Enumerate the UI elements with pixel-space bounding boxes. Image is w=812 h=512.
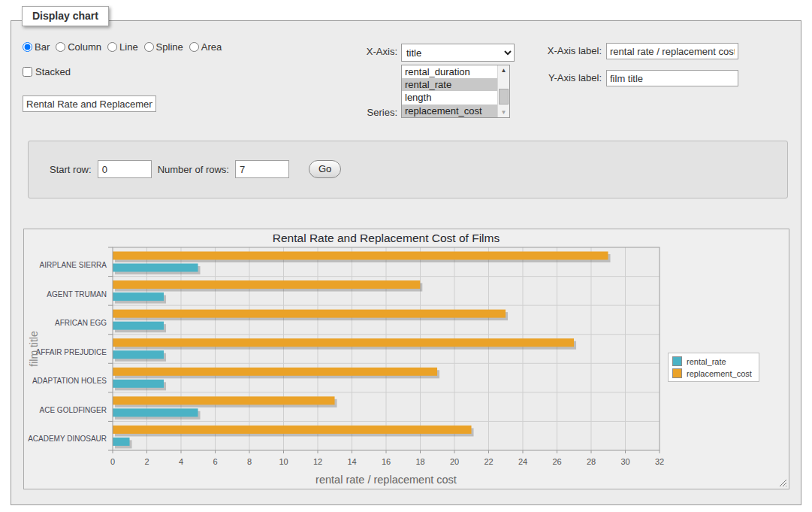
chart-type-option-column[interactable]: Column xyxy=(56,41,101,53)
bar-rental_rate xyxy=(113,322,164,330)
y-axis-label-input[interactable] xyxy=(606,70,738,86)
chart-type-radio-column[interactable] xyxy=(56,42,65,52)
x-tick-label: 32 xyxy=(655,457,664,466)
bar-rental_rate xyxy=(113,292,164,301)
bar-rental_rate xyxy=(113,380,164,388)
stacked-option[interactable]: Stacked xyxy=(23,66,71,77)
display-chart-fieldset: Display chart BarColumnLineSplineArea St… xyxy=(11,20,801,505)
stacked-checkbox[interactable] xyxy=(23,67,32,77)
x-tick-label: 22 xyxy=(484,457,493,466)
bar-replacement_cost xyxy=(113,426,472,434)
chart-type-option-line[interactable]: Line xyxy=(107,41,138,53)
legend-item-replacement_cost: replacement_cost xyxy=(672,368,752,378)
category-label: AGENT TRUMAN xyxy=(47,290,107,298)
stacked-label: Stacked xyxy=(35,66,71,77)
num-rows-label: Number of rows: xyxy=(158,164,229,175)
y-axis-label-label: Y-Axis label: xyxy=(497,70,602,86)
series-option-replacement_cost[interactable]: replacement_cost xyxy=(402,105,497,117)
category-label: AFFAIR PREJUDICE xyxy=(36,348,107,356)
page: Display chart BarColumnLineSplineArea St… xyxy=(0,0,812,512)
chart-type-option-bar[interactable]: Bar xyxy=(23,41,50,53)
bar-rental_rate xyxy=(113,408,198,417)
num-rows-input[interactable] xyxy=(235,160,289,178)
x-tick-label: 0 xyxy=(110,457,115,466)
chart-type-radio-label: Area xyxy=(201,41,222,53)
chart-panel: AIRPLANE SIERRAAGENT TRUMANAFRICAN EGGAF… xyxy=(23,229,789,489)
chart-type-radio-area[interactable] xyxy=(189,42,199,52)
x-tick-label: 2 xyxy=(144,457,149,466)
legend-item-rental_rate: rental_rate xyxy=(672,356,752,366)
legend-swatch xyxy=(672,368,682,378)
chart-type-radios: BarColumnLineSplineArea xyxy=(23,41,222,53)
chart-type-radio-spline[interactable] xyxy=(144,42,154,52)
series-listbox[interactable]: rental_durationrental_ratelengthreplacem… xyxy=(401,65,510,118)
y-axis-title: film title xyxy=(28,331,40,367)
chart-type-option-spline[interactable]: Spline xyxy=(144,41,183,53)
chart-type-option-area[interactable]: Area xyxy=(189,41,222,53)
series-options: rental_durationrental_ratelengthreplacem… xyxy=(402,65,497,117)
chart-legend: rental_ratereplacement_cost xyxy=(668,353,759,382)
bar-rental_rate xyxy=(113,438,130,446)
category-label: ADAPTATION HOLES xyxy=(32,377,107,385)
rows-controls: Start row: Number of rows: Go xyxy=(50,160,341,178)
legend-swatch xyxy=(672,356,682,366)
bar-rental_rate xyxy=(113,264,198,272)
rows-panel: Start row: Number of rows: Go xyxy=(28,141,788,198)
chart-type-radio-label: Bar xyxy=(35,41,50,53)
x-axis-title: rental rate / replacement cost xyxy=(315,474,457,486)
x-tick-label: 24 xyxy=(518,457,527,466)
x-axis-label-input[interactable] xyxy=(606,43,738,59)
chart-type-radio-label: Line xyxy=(119,41,138,53)
bar-rental_rate xyxy=(113,350,164,359)
go-button[interactable]: Go xyxy=(309,160,341,178)
chart-type-radio-bar[interactable] xyxy=(23,42,32,52)
fieldset-legend: Display chart xyxy=(22,6,109,26)
chart-type-radio-label: Column xyxy=(68,41,101,53)
legend-label: rental_rate xyxy=(687,357,726,366)
category-label: AFRICAN EGG xyxy=(55,319,107,327)
bar-replacement_cost xyxy=(113,310,506,318)
series-option-length[interactable]: length xyxy=(402,91,497,104)
x-tick-label: 18 xyxy=(415,457,424,466)
x-tick-label: 14 xyxy=(347,457,356,466)
scroll-thumb[interactable] xyxy=(499,89,509,105)
chart-title: Rental Rate and Replacement Cost of Film… xyxy=(273,232,500,244)
start-row-input[interactable] xyxy=(98,160,152,178)
category-label: ACE GOLDFINGER xyxy=(40,406,107,414)
x-tick-label: 20 xyxy=(450,457,459,466)
x-tick-label: 12 xyxy=(313,457,322,466)
x-tick-label: 26 xyxy=(552,457,561,466)
x-tick-label: 4 xyxy=(179,457,183,466)
bar-replacement_cost xyxy=(113,280,420,289)
chart-type-radio-label: Spline xyxy=(156,41,183,53)
x-tick-label: 10 xyxy=(279,457,288,466)
chart-title-input[interactable] xyxy=(23,95,156,112)
series-label: Series: xyxy=(315,105,397,121)
x-axis-label-label: X-Axis label: xyxy=(497,43,602,59)
legend-label: replacement_cost xyxy=(687,369,752,378)
start-row-label: Start row: xyxy=(50,164,92,175)
scroll-down-icon[interactable]: ▼ xyxy=(498,108,509,117)
x-tick-label: 30 xyxy=(620,457,629,466)
category-label: ACADEMY DINOSAUR xyxy=(28,435,107,443)
bar-replacement_cost xyxy=(113,396,335,404)
x-tick-label: 16 xyxy=(382,457,391,466)
series-option-rental_rate[interactable]: rental_rate xyxy=(402,78,497,91)
x-tick-label: 6 xyxy=(213,457,217,466)
x-tick-label: 8 xyxy=(247,457,252,466)
bar-replacement_cost xyxy=(113,368,437,376)
bar-replacement_cost xyxy=(113,252,608,260)
category-label: AIRPLANE SIERRA xyxy=(40,261,107,269)
chart-type-radio-line[interactable] xyxy=(107,42,117,52)
bar-replacement_cost xyxy=(113,338,574,347)
xaxis-label: X-Axis: xyxy=(315,44,397,60)
x-tick-label: 28 xyxy=(587,457,596,466)
series-option-rental_duration[interactable]: rental_duration xyxy=(402,65,497,78)
